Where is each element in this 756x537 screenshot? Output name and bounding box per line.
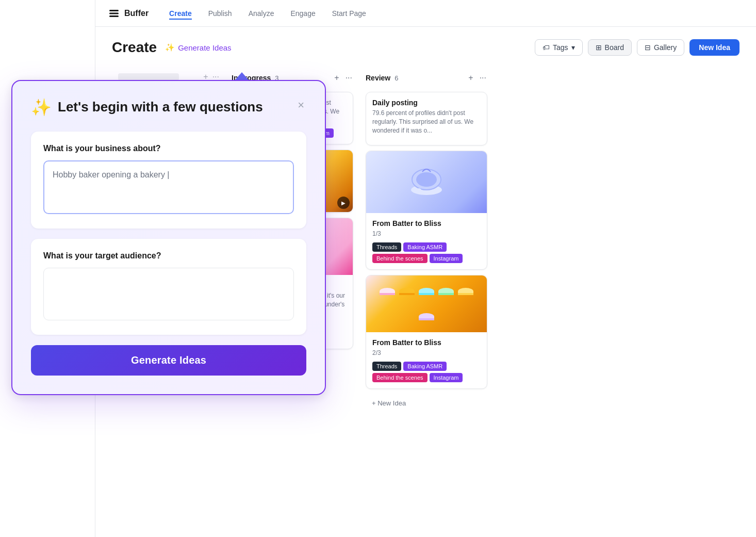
modal-wand-icon: ✨ [31,97,52,117]
card-batter-1[interactable]: From Batter to Bliss 1/3 Threads Baking … [366,151,487,270]
business-section: What is your business about? [31,132,306,229]
magic-wand-icon: ✨ [165,43,175,52]
board-icon: ⊞ [596,43,602,52]
generate-ideas-modal-button[interactable]: Generate Ideas [31,345,306,376]
batter1-tags: Threads Baking ASMR Behind the scenes In… [372,242,481,263]
new-idea-col-button[interactable]: + New Idea [366,394,487,412]
card-daily-posting[interactable]: Daily posting 79.6 percent of profiles d… [366,92,487,145]
column-review: Review 6 + ··· Daily posting 79.6 percen… [359,64,494,523]
svg-point-5 [416,172,437,187]
svg-point-7 [431,189,437,192]
tag-icon: 🏷 [543,43,550,52]
batter1-title: From Batter to Bliss [372,219,481,227]
review-add[interactable]: + [467,72,474,84]
page-header: Create ✨ Generate Ideas 🏷 Tags ▾ ⊞ Board… [95,27,756,64]
page-header-left: Create ✨ Generate Ideas [112,39,232,56]
generate-ideas-modal: ✨ Let's begin with a few questions × Wha… [11,80,326,395]
card-daily-text: 79.6 percent of profiles didn't post reg… [372,109,481,135]
nav-create[interactable]: Create [169,7,192,20]
audience-question-label: What is your target audience? [43,251,294,261]
svg-rect-0 [109,10,119,11]
tags-button[interactable]: 🏷 Tags ▾ [535,39,583,56]
nav-start-page[interactable]: Start Page [332,7,366,20]
buffer-logo-icon [108,7,120,20]
modal-close-button[interactable]: × [295,97,306,113]
gallery-view-button[interactable]: ⊟ Gallery [637,39,684,56]
review-header: Review 6 + ··· [366,70,487,86]
business-input[interactable] [43,160,294,214]
business-question-label: What is your business about? [43,144,294,153]
batter2-title: From Batter to Bliss [372,338,481,347]
svg-rect-2 [109,15,119,17]
nav-engage[interactable]: Engage [290,7,315,20]
in-progress-more[interactable]: ··· [344,72,353,84]
audience-input[interactable] [43,268,294,320]
batter2-subtitle: 2/3 [372,349,481,357]
chevron-down-icon: ▾ [571,43,575,52]
review-count: 6 [395,74,398,82]
top-nav: Buffer Create Publish Analyze Engage Sta… [95,0,756,27]
batter1-subtitle: 1/3 [372,230,481,238]
gallery-icon: ⊟ [645,43,651,52]
app-container: Buffer Create Publish Analyze Engage Sta… [0,0,756,537]
svg-rect-1 [109,12,119,14]
in-progress-add[interactable]: + [333,72,340,84]
svg-point-6 [416,188,421,191]
buffer-logo: Buffer [108,7,149,20]
modal-title: Let's begin with a few questions [58,99,263,115]
batter2-tags: Threads Baking ASMR Behind the scenes In… [372,362,481,382]
page-title: Create [112,39,157,56]
modal-header: ✨ Let's begin with a few questions × [31,97,306,117]
card-daily-title: Daily posting [372,99,481,107]
audience-section: What is your target audience? [31,239,306,335]
board-view-button[interactable]: ⊞ Board [588,39,632,56]
review-more[interactable]: ··· [479,72,487,84]
page-header-right: 🏷 Tags ▾ ⊞ Board ⊟ Gallery New Idea [535,39,739,56]
review-title: Review [366,74,390,82]
new-idea-button[interactable]: New Idea [689,39,739,56]
nav-analyze[interactable]: Analyze [249,7,274,20]
nav-publish[interactable]: Publish [208,7,232,20]
generate-ideas-header-button[interactable]: ✨ Generate Ideas [165,43,231,52]
card-batter-2[interactable]: From Batter to Bliss 2/3 Threads Baking … [366,275,487,389]
